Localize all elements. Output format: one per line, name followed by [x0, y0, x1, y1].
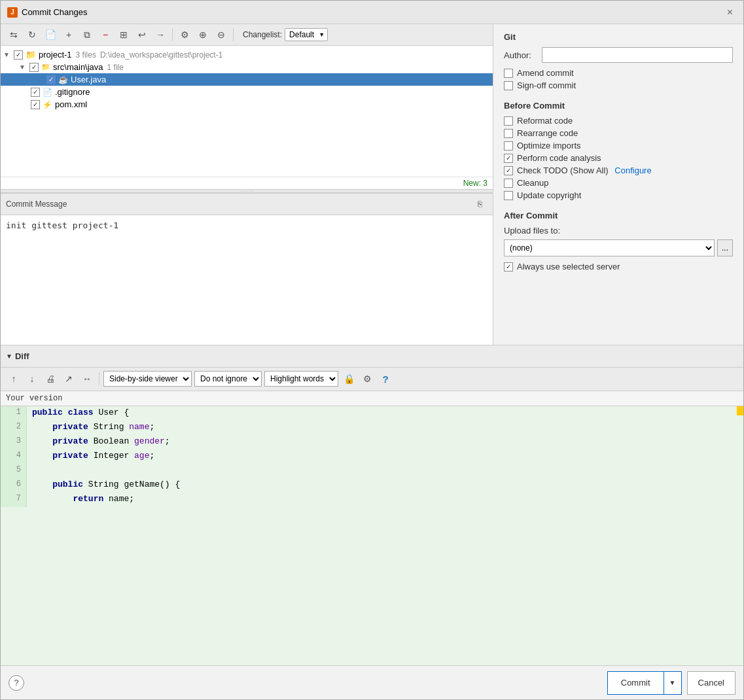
commit-dropdown-button[interactable]: ▼ [664, 671, 682, 695]
todo-label: Check TODO (Show All) [517, 166, 609, 175]
diff-expand-arrow: ▼ [6, 353, 12, 360]
ignore-dropdown[interactable]: Do not ignore [194, 371, 262, 387]
move-to-another-changelist-btn[interactable]: ⇆ [6, 27, 22, 43]
signoff-label: Sign-off commit [517, 80, 576, 90]
yellow-marker [737, 406, 743, 415]
code-line-2: 2 private String name; [1, 421, 743, 435]
upload-select[interactable]: (none) [504, 239, 715, 256]
user-java-checkbox[interactable] [46, 75, 56, 84]
refresh-btn[interactable]: ↻ [24, 27, 40, 43]
always-use-checkbox[interactable] [504, 262, 513, 271]
tree-user-java[interactable]: ☕ User.java [1, 73, 493, 86]
git-section-title: Git [504, 32, 733, 42]
highlight-dropdown[interactable]: Highlight words [264, 371, 338, 387]
collapse-btn[interactable]: ⊖ [213, 27, 229, 43]
diff-content: Your version 1 public class User { 2 pri… [1, 391, 743, 666]
file-tree: ▼ 📁 project-1 3 files D:\idea_workspace\… [1, 46, 493, 177]
line-content-6: public String getName() { [27, 478, 185, 493]
close-button[interactable]: × [723, 5, 737, 20]
cleanup-row: Cleanup [504, 178, 733, 188]
file-status: New: 3 [1, 177, 493, 189]
signoff-checkbox[interactable] [504, 81, 513, 90]
viewer-dropdown[interactable]: Side-by-side viewer [103, 371, 192, 387]
analyze-checkbox[interactable] [504, 154, 513, 163]
changelist-dropdown[interactable]: Default ▼ [285, 28, 328, 41]
diff-gear-btn[interactable]: ⚙ [359, 371, 375, 387]
rollback-btn[interactable]: ↩ [134, 27, 150, 43]
line-content-2: private String name; [27, 421, 160, 435]
author-input[interactable] [542, 47, 733, 63]
app-icon: J [7, 7, 18, 18]
upload-label: Upload files to: [504, 226, 733, 236]
cleanup-checkbox[interactable] [504, 179, 513, 188]
rearrange-label: Rearrange code [517, 128, 578, 138]
project-name: project-1 [39, 50, 72, 60]
settings-btn[interactable]: ⚙ [177, 27, 192, 43]
code-line-1: 1 public class User { [1, 406, 743, 421]
commit-changes-dialog: J Commit Changes × ⇆ ↻ 📄 + ⧉ − ⊞ ↩ → ⚙ ⊕… [0, 0, 744, 700]
user-java-name: User.java [71, 75, 106, 84]
separator-2 [233, 28, 234, 41]
add-btn[interactable]: + [61, 27, 77, 43]
bottom-bar: ? Commit ▼ Cancel [1, 665, 743, 699]
copy-message-btn[interactable]: ⎘ [472, 196, 487, 212]
optimize-checkbox[interactable] [504, 141, 513, 150]
analyze-label: Perform code analysis [517, 153, 601, 163]
copyright-checkbox[interactable] [504, 191, 513, 200]
gitignore-checkbox[interactable] [31, 88, 40, 97]
remove-btn[interactable]: − [97, 27, 113, 43]
commit-button[interactable]: Commit [607, 671, 664, 695]
group-btn[interactable]: ⊞ [116, 27, 132, 43]
src-checkbox[interactable] [29, 63, 39, 72]
bottom-right: Commit ▼ Cancel [607, 671, 735, 695]
dialog-title: Commit Changes [22, 7, 87, 17]
pom-checkbox[interactable] [31, 100, 40, 109]
tree-project[interactable]: ▼ 📁 project-1 3 files D:\idea_workspace\… [1, 48, 493, 61]
upload-browse-btn[interactable]: ... [717, 239, 733, 256]
commit-message-section: Commit Message ⎘ init gittest project-1 [1, 193, 493, 345]
project-checkbox[interactable] [14, 50, 23, 60]
diff-print-btn[interactable]: 🖨 [43, 371, 58, 387]
amend-checkbox[interactable] [504, 69, 513, 78]
todo-checkbox[interactable] [504, 166, 513, 175]
optimize-label: Optimize imports [517, 141, 581, 150]
diff-settings-btn2[interactable]: ↔ [79, 371, 95, 387]
line-num-2: 2 [1, 421, 27, 435]
diff-help-btn[interactable]: ? [378, 371, 393, 387]
line-num-4: 4 [1, 449, 27, 464]
pom-icon: ⚡ [43, 100, 52, 109]
commit-message-label: Commit Message [6, 200, 67, 209]
line-num-3: 3 [1, 435, 27, 449]
diff-next-btn[interactable]: ↓ [24, 371, 40, 387]
user-java-expand [36, 76, 46, 83]
separator-1 [172, 28, 173, 41]
diff-prev-btn[interactable]: ↑ [6, 371, 22, 387]
copy-btn[interactable]: ⧉ [79, 27, 95, 43]
rearrange-checkbox[interactable] [504, 129, 513, 138]
gitignore-name: .gitignore [55, 87, 90, 97]
commit-message-input[interactable]: init gittest project-1 [1, 215, 493, 345]
cancel-button[interactable]: Cancel [687, 671, 735, 695]
tree-src-folder[interactable]: ▼ 📁 src\main\java 1 file [1, 61, 493, 73]
upload-row: (none) ... [504, 239, 733, 256]
changelist-value: Default [289, 30, 314, 39]
diff-lock-btn[interactable]: 🔒 [341, 371, 357, 387]
tree-gitignore[interactable]: 📄 .gitignore [1, 86, 493, 98]
diff-section: ▼ Diff ↑ ↓ 🖨 ↗ ↔ Side-by-side viewer Do … [1, 345, 743, 666]
jump-btn[interactable]: → [152, 27, 168, 43]
reformat-checkbox[interactable] [504, 116, 513, 126]
tree-pom-xml[interactable]: ⚡ pom.xml [1, 98, 493, 111]
show-diff-btn[interactable]: 📄 [43, 27, 58, 43]
project-path: D:\idea_workspace\gittest\project-1 [100, 50, 222, 60]
project-expand-arrow: ▼ [3, 51, 14, 58]
line-content-7: return name; [27, 493, 139, 507]
expand-btn[interactable]: ⊕ [195, 27, 211, 43]
diff-push-btn[interactable]: ↗ [61, 371, 77, 387]
line-content-5 [27, 464, 43, 478]
help-button[interactable]: ? [9, 675, 24, 691]
line-num-5: 5 [1, 464, 27, 478]
configure-link[interactable]: Configure [612, 166, 652, 175]
main-content: ⇆ ↻ 📄 + ⧉ − ⊞ ↩ → ⚙ ⊕ ⊖ Changelist: Defa… [1, 24, 743, 345]
author-row: Author: [504, 47, 733, 63]
pom-name: pom.xml [55, 99, 87, 109]
